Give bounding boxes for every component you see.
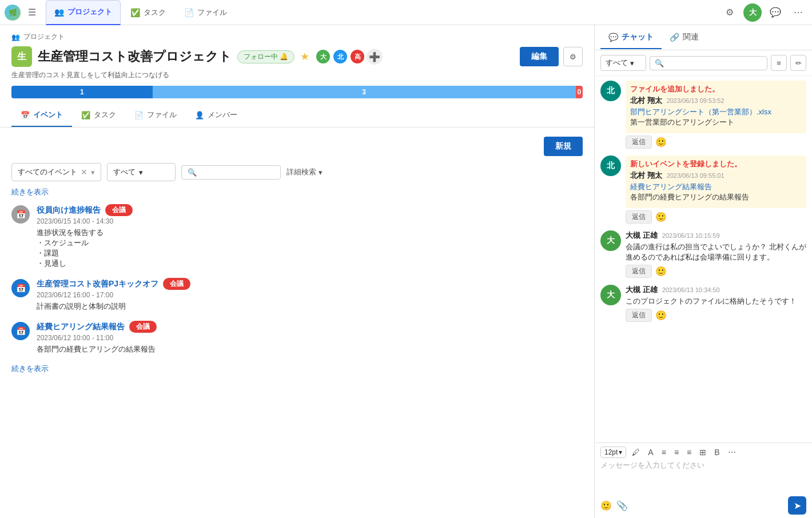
chat-msg-name-0: 北村 翔太 [630,95,662,106]
add-member-button[interactable]: ➕ [367,49,383,65]
tab-tasks[interactable]: ✅ タスク [122,0,174,25]
chat-msg-link-1[interactable]: 経費ヒアリング結果報告 [630,182,712,191]
event-type-filter[interactable]: すべてのイベント ✕ ▾ [11,163,101,181]
new-event-button[interactable]: 新規 [544,137,583,156]
font-size-select[interactable]: 12pt ▾ [600,447,626,458]
reply-button-2[interactable]: 返信 [626,265,652,278]
emoji-button-0[interactable]: 🙂 [655,137,667,148]
filter-arrow-icon: ▾ [91,168,95,177]
chat-icon[interactable]: 💬 [766,3,785,22]
chat-compose-icon[interactable]: ✏ [790,55,806,71]
reply-button-1[interactable]: 返信 [626,210,652,224]
event-title-0[interactable]: 役員向け進捗報告 [37,205,101,216]
event-title-1[interactable]: 生産管理コスト改善PJキックオフ [37,279,158,289]
chat-msg-header-1: 北村 翔太 2023/06/13 09:55:01 [630,170,802,181]
font-color-icon[interactable]: A [646,447,655,458]
follow-badge[interactable]: フォロー中 🔔 [237,50,294,63]
progress-segment-3: 0 [576,86,583,98]
event-badge-0: 会議 [105,204,133,216]
panel-tabs: 💬 チャット 🔗 関連 [595,25,812,50]
events-toolbar: 新規 [11,137,583,156]
project-actions: 編集 ⚙ [520,47,583,66]
chat-filter-select[interactable]: すべて ▾ [600,55,646,71]
member-avatars: 大 北 高 ➕ [315,49,383,65]
topbar: 🌿 ☰ 👥 プロジェクト ✅ タスク 📄 ファイル ⚙ 大 💬 ⋯ [0,0,812,25]
table-icon[interactable]: ⊞ [697,447,708,458]
event-item-1: 📅 生産管理コスト改善PJキックオフ 会議 2023/06/12 16:00 -… [11,278,583,312]
project-icon: 生 [11,46,32,67]
attachment-icon[interactable]: 📎 [616,500,628,511]
star-icon[interactable]: ★ [300,50,309,63]
emoji-button-1[interactable]: 🙂 [655,212,667,222]
chat-msg-text-3: このプロジェクトのファイルに格納したそうです！ [626,296,806,306]
emoji-button-2[interactable]: 🙂 [655,266,667,277]
chat-msg-body-3: 大槻 正雄 2023/06/13 10:34:50 このプロジェクトのファイルに… [626,285,806,322]
member-avatar-2[interactable]: 高 [349,49,365,65]
files-icon: 📄 [184,8,194,17]
chat-msg-actions-1: 返信 🙂 [626,210,806,224]
chat-message-input[interactable] [600,460,806,495]
files-nav-icon: 📄 [134,111,144,119]
tab-projects[interactable]: 👥 プロジェクト [46,0,121,25]
bold-icon[interactable]: B [712,447,722,458]
user-avatar[interactable]: 大 [743,3,762,22]
member-avatar-0[interactable]: 大 [315,49,331,65]
chat-msg-link-0[interactable]: 部門ヒアリングシート（第一営業部）.xlsx [630,107,771,116]
chat-search-input[interactable] [667,59,762,67]
chat-message-1: 北 新しいイベントを登録しました。 北村 翔太 2023/06/13 09:55… [600,156,806,224]
indent-icon[interactable]: ≡ [684,447,694,458]
chat-search-box: 🔍 [650,56,767,70]
ordered-list-icon[interactable]: ≡ [672,447,681,458]
event-title-2[interactable]: 経費ヒアリング結果報告 [37,322,125,332]
chat-avatar-0: 北 [600,81,621,101]
chat-filter-arrow-icon: ▾ [630,59,634,67]
reply-button-3[interactable]: 返信 [626,309,652,322]
project-header: 👥 プロジェクト 生 生産管理コスト改善プロジェクト フォロー中 🔔 ★ 大 北… [0,25,594,80]
advanced-search-toggle[interactable]: 詳細検索 ▾ [286,167,323,177]
event-time-2: 2023/06/12 10:00 - 11:00 [37,334,583,342]
topbar-right: ⚙ 大 💬 ⋯ [721,3,807,22]
tab-related[interactable]: 🔗 関連 [662,26,707,49]
event-status-filter[interactable]: すべて ▾ [107,163,176,181]
subnav-members[interactable]: 👤 メンバー [186,104,246,127]
project-settings-button[interactable]: ⚙ [563,47,583,66]
clear-filter-icon[interactable]: ✕ [81,168,87,177]
chat-filter-row: すべて ▾ 🔍 ≡ ✏ [595,50,812,76]
subnav-files[interactable]: 📄 ファイル [125,104,186,127]
right-panel: 💬 チャット 🔗 関連 すべて ▾ 🔍 ≡ ✏ [595,25,812,518]
event-desc-2: 各部門の経費ヒアリングの結果報告 [37,344,583,354]
project-title: 生産管理コスト改善プロジェクト [38,48,232,65]
event-title-row-2: 経費ヒアリング結果報告 会議 [37,321,583,333]
edit-button[interactable]: 編集 [520,47,559,66]
event-title-row-1: 生産管理コスト改善PJキックオフ 会議 [37,278,583,290]
chat-filter-icons: ≡ ✏ [771,55,806,71]
app-logo[interactable]: 🌿 [5,5,21,21]
chat-messages: 北 ファイルを追加しました。 北村 翔太 2023/06/13 09:53:52… [595,76,812,443]
list-icon[interactable]: ≡ [659,447,668,458]
highlight-icon[interactable]: 🖊 [630,447,642,458]
more-icon[interactable]: ⋯ [789,3,807,22]
chat-list-icon[interactable]: ≡ [771,55,787,71]
subnav-events[interactable]: 📅 イベント [11,104,72,127]
show-more-bottom[interactable]: 続きを表示 [11,364,583,374]
chat-highlight-label-1: 新しいイベントを登録しました。 [630,159,802,169]
tab-chat[interactable]: 💬 チャット [600,26,662,49]
show-more-top[interactable]: 続きを表示 [11,187,583,197]
event-search-input[interactable] [200,168,274,177]
more-toolbar-icon[interactable]: ⋯ [726,447,738,458]
event-title-row-0: 役員向け進捗報告 会議 [37,204,583,216]
event-content-0: 役員向け進捗報告 会議 2023/06/15 14:00 - 14:30 進捗状… [37,204,583,269]
emoji-picker-icon[interactable]: 🙂 [600,500,612,511]
breadcrumb: 👥 プロジェクト [11,32,583,42]
emoji-button-3[interactable]: 🙂 [655,310,667,321]
send-button[interactable]: ➤ [788,496,806,515]
subnav-tasks[interactable]: ✅ タスク [72,104,125,127]
progress-segment-2: 3 [153,86,576,98]
hamburger-menu[interactable]: ☰ [23,3,41,22]
related-tab-icon: 🔗 [670,33,679,42]
event-badge-1: 会議 [163,278,190,290]
reply-button-0[interactable]: 返信 [626,136,652,149]
settings-icon[interactable]: ⚙ [721,3,739,22]
member-avatar-1[interactable]: 北 [332,49,348,65]
tab-files[interactable]: 📄 ファイル [176,0,236,25]
